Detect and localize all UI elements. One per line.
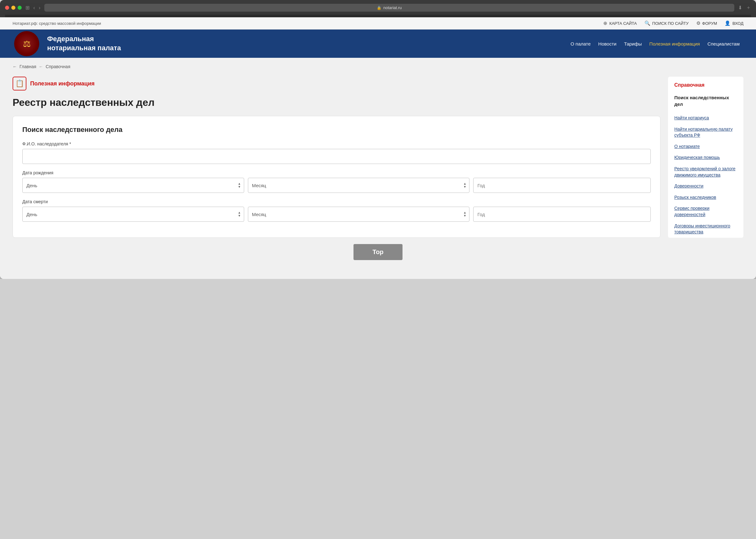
death-year-input[interactable] <box>473 207 651 222</box>
fio-form-group: Ф.И.О. наследодателя * <box>22 141 651 164</box>
sidebar-section-title: Справочная <box>668 77 743 92</box>
birth-year-wrapper <box>473 178 651 193</box>
sidebar-link-5[interactable]: Доверенности <box>668 181 743 192</box>
topbar-map-link[interactable]: ⊕ КАРТА САЙТА <box>603 21 636 26</box>
topbar-search-label: ПОИСК ПО САЙТУ <box>652 21 689 26</box>
topbar-login-link[interactable]: 👤 ВХОД <box>724 21 743 26</box>
browser-tab-bar <box>5 15 751 17</box>
logo-image <box>14 31 39 56</box>
nav-item-specialistam[interactable]: Специалистам <box>704 38 743 49</box>
section-heading-text: Полезная информация <box>30 80 95 87</box>
browser-window: Нотариат.рф: средство массовой информаци… <box>0 17 756 279</box>
sidebar-link-6[interactable]: Розыск наследников <box>668 192 743 203</box>
breadcrumb-sprav[interactable]: Справочная <box>45 64 70 69</box>
compass-icon: ⊕ <box>603 21 607 26</box>
section-heading: 📋 Полезная информация <box>13 77 660 91</box>
nav-item-o-palate[interactable]: О палате <box>567 38 595 49</box>
sidebar-link-4[interactable]: Реестр уведомлений о залоге движимого им… <box>668 163 743 181</box>
breadcrumb-home[interactable]: Главная <box>20 64 36 69</box>
birth-date-form-group: Дата рождения День 123 456 789 101112 13… <box>22 170 651 193</box>
sidebar-link-0[interactable]: Найти нотариуса <box>668 113 743 124</box>
section-icon: 📋 <box>13 77 26 91</box>
birth-day-wrapper: День 123 456 789 101112 131415 161718 19… <box>22 178 244 193</box>
birth-day-select[interactable]: День 123 456 789 101112 131415 161718 19… <box>22 178 244 193</box>
two-col-layout: 📋 Полезная информация Реестр наследствен… <box>13 77 743 238</box>
death-date-row: День 123 456 789 101112 131415 161718 19… <box>22 207 651 222</box>
site-logo <box>13 30 41 58</box>
site-topbar: Нотариат.рф: средство массовой информаци… <box>0 17 756 30</box>
close-button[interactable] <box>5 6 9 10</box>
new-tab-icon[interactable]: ＋ <box>746 4 751 11</box>
sidebar-link-3[interactable]: Юридическая помощь <box>668 152 743 163</box>
birth-month-select[interactable]: Месяц ЯнварьФевраль МартАпрель МайИюнь И… <box>248 178 470 193</box>
topbar-login-label: ВХОД <box>732 21 743 26</box>
browser-chrome: ⊞ ‹ › 🔒 notariat.ru ⬇ ＋ <box>0 0 756 17</box>
browser-toolbar: ⊞ ‹ › 🔒 notariat.ru ⬇ ＋ <box>5 4 751 12</box>
traffic-lights <box>5 6 22 10</box>
main-nav: О палате Новости Тарифы Полезная информа… <box>140 38 743 49</box>
birth-date-label: Дата рождения <box>22 170 651 175</box>
content-wrapper: ← Главная ← Справочная 📋 Полезная информ… <box>0 58 756 279</box>
breadcrumb-sep: ← <box>39 64 43 69</box>
maximize-button[interactable] <box>18 6 22 10</box>
death-date-label: Дата смерти <box>22 199 651 204</box>
sidebar-link-8[interactable]: Договоры инвестиционного товарищества <box>668 220 743 238</box>
topbar-forum-label: ФОРУМ <box>702 21 717 26</box>
back-icon[interactable]: ‹ <box>33 5 35 11</box>
scroll-top-area: Top <box>13 238 743 267</box>
nav-item-novosti[interactable]: Новости <box>595 38 620 49</box>
nav-item-tarify[interactable]: Тарифы <box>620 38 646 49</box>
site-title: Федеральная нотариальная палата <box>47 35 121 52</box>
site-title-block: Федеральная нотариальная палата <box>47 35 121 52</box>
death-day-select[interactable]: День 123 456 789 101112 131415 161718 19… <box>22 207 244 222</box>
minimize-button[interactable] <box>11 6 15 10</box>
fio-input[interactable] <box>22 149 651 164</box>
url-text: notariat.ru <box>383 5 402 10</box>
topbar-nav: ⊕ КАРТА САЙТА 🔍 ПОИСК ПО САЙТУ ⚙ ФОРУМ 👤… <box>603 21 743 26</box>
sidebar-active-item: Поиск наследственных дел <box>668 92 743 113</box>
site-header: Федеральная нотариальная палата О палате… <box>0 30 756 58</box>
sidebar-widget: Справочная Поиск наследственных дел Найт… <box>668 77 743 238</box>
birth-month-wrapper: Месяц ЯнварьФевраль МартАпрель МайИюнь И… <box>248 178 470 193</box>
lock-icon: 🔒 <box>377 6 381 10</box>
sidebar-col: Справочная Поиск наследственных дел Найт… <box>668 77 743 238</box>
user-icon: 👤 <box>724 21 730 26</box>
birth-date-row: День 123 456 789 101112 131415 161718 19… <box>22 178 651 193</box>
fio-label: Ф.И.О. наследодателя * <box>22 141 651 146</box>
breadcrumb-arrow-1: ← <box>13 64 17 69</box>
forum-icon: ⚙ <box>696 21 700 26</box>
scroll-top-button[interactable]: Top <box>354 244 402 260</box>
topbar-forum-link[interactable]: ⚙ ФОРУМ <box>696 21 717 26</box>
birth-year-input[interactable] <box>473 178 651 193</box>
death-date-form-group: Дата смерти День 123 456 789 101112 1314… <box>22 199 651 222</box>
sidebar-link-2[interactable]: О нотариате <box>668 141 743 152</box>
address-bar[interactable]: 🔒 notariat.ru <box>44 4 734 12</box>
sidebar-link-1[interactable]: Найти нотариальную палату субъекта РФ <box>668 124 743 141</box>
death-month-wrapper: Месяц ЯнварьФевраль МартАпрель МайИюнь И… <box>248 207 470 222</box>
browser-actions: ⬇ ＋ <box>738 4 751 11</box>
sidebar-toggle-icon[interactable]: ⊞ <box>26 5 30 11</box>
search-card-title: Поиск наследственного дела <box>22 126 651 134</box>
forward-icon[interactable]: › <box>39 5 40 11</box>
topbar-search-link[interactable]: 🔍 ПОИСК ПО САЙТУ <box>644 21 689 26</box>
main-content-col: 📋 Полезная информация Реестр наследствен… <box>13 77 660 238</box>
death-year-wrapper <box>473 207 651 222</box>
breadcrumb: ← Главная ← Справочная <box>13 64 743 69</box>
topbar-map-label: КАРТА САЙТА <box>609 21 636 26</box>
nav-item-poleznaya[interactable]: Полезная информация <box>646 38 704 49</box>
sidebar-link-7[interactable]: Сервис проверки доверенностей <box>668 203 743 220</box>
death-month-select[interactable]: Месяц ЯнварьФевраль МартАпрель МайИюнь И… <box>248 207 470 222</box>
site-description: Нотариат.рф: средство массовой информаци… <box>13 21 101 26</box>
search-icon: 🔍 <box>644 21 650 26</box>
page-title: Реестр наследственных дел <box>13 97 660 109</box>
document-icon: 📋 <box>15 79 24 88</box>
death-day-wrapper: День 123 456 789 101112 131415 161718 19… <box>22 207 244 222</box>
download-icon[interactable]: ⬇ <box>738 5 742 11</box>
search-card: Поиск наследственного дела Ф.И.О. наслед… <box>13 116 660 238</box>
